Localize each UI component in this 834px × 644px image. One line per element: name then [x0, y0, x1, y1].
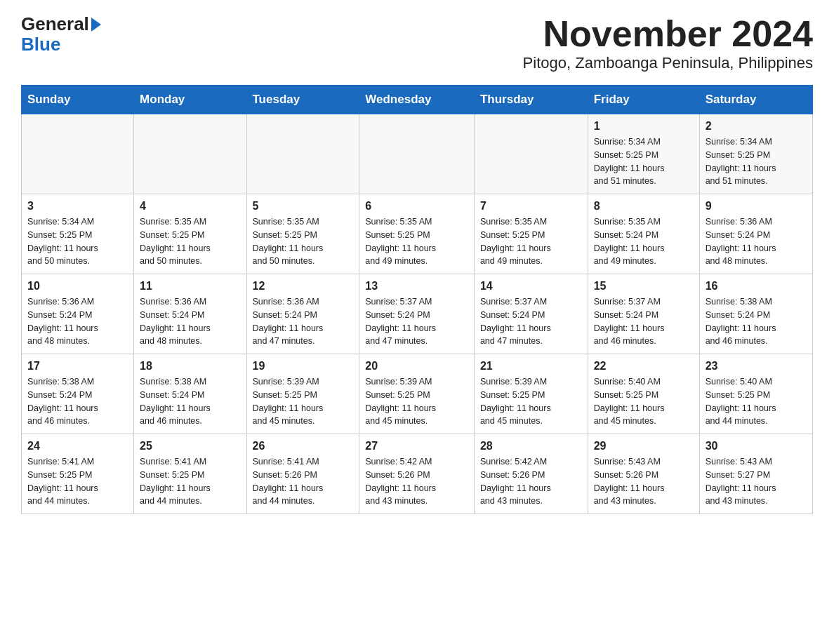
day-info: Sunrise: 5:37 AMSunset: 5:24 PMDaylight:…: [594, 295, 694, 348]
table-row: 6Sunrise: 5:35 AMSunset: 5:25 PMDaylight…: [359, 194, 475, 274]
day-number: 30: [706, 440, 807, 452]
day-info: Sunrise: 5:38 AMSunset: 5:24 PMDaylight:…: [27, 375, 128, 428]
day-info: Sunrise: 5:35 AMSunset: 5:24 PMDaylight:…: [594, 215, 694, 268]
day-info: Sunrise: 5:34 AMSunset: 5:25 PMDaylight:…: [27, 215, 128, 268]
table-row: 28Sunrise: 5:42 AMSunset: 5:26 PMDayligh…: [474, 434, 588, 514]
col-wednesday: Wednesday: [359, 86, 475, 114]
table-row: 13Sunrise: 5:37 AMSunset: 5:24 PMDayligh…: [359, 274, 475, 354]
day-info: Sunrise: 5:36 AMSunset: 5:24 PMDaylight:…: [706, 215, 807, 268]
day-info: Sunrise: 5:35 AMSunset: 5:25 PMDaylight:…: [365, 215, 468, 268]
day-number: 23: [706, 360, 807, 373]
table-row: 24Sunrise: 5:41 AMSunset: 5:25 PMDayligh…: [22, 434, 134, 514]
day-info: Sunrise: 5:37 AMSunset: 5:24 PMDaylight:…: [480, 295, 582, 348]
day-info: Sunrise: 5:41 AMSunset: 5:25 PMDaylight:…: [140, 455, 240, 508]
day-info: Sunrise: 5:35 AMSunset: 5:25 PMDaylight:…: [140, 215, 240, 268]
day-number: 19: [253, 360, 354, 373]
table-row: 2Sunrise: 5:34 AMSunset: 5:25 PMDaylight…: [699, 114, 812, 194]
day-number: 8: [594, 200, 694, 213]
table-row: 19Sunrise: 5:39 AMSunset: 5:25 PMDayligh…: [246, 354, 359, 434]
table-row: 14Sunrise: 5:37 AMSunset: 5:24 PMDayligh…: [474, 274, 588, 354]
table-row: [22, 114, 134, 194]
day-number: 24: [27, 440, 128, 452]
day-number: 1: [594, 120, 694, 133]
day-number: 20: [365, 360, 468, 373]
day-info: Sunrise: 5:34 AMSunset: 5:25 PMDaylight:…: [594, 135, 694, 188]
table-row: 29Sunrise: 5:43 AMSunset: 5:26 PMDayligh…: [588, 434, 699, 514]
day-number: 25: [140, 440, 240, 452]
day-number: 4: [140, 200, 240, 213]
logo-general: General: [21, 14, 89, 34]
table-row: 16Sunrise: 5:38 AMSunset: 5:24 PMDayligh…: [699, 274, 812, 354]
table-row: 5Sunrise: 5:35 AMSunset: 5:25 PMDaylight…: [246, 194, 359, 274]
calendar-week-row: 17Sunrise: 5:38 AMSunset: 5:24 PMDayligh…: [22, 354, 813, 434]
col-friday: Friday: [588, 86, 699, 114]
table-row: 10Sunrise: 5:36 AMSunset: 5:24 PMDayligh…: [22, 274, 134, 354]
day-info: Sunrise: 5:35 AMSunset: 5:25 PMDaylight:…: [480, 215, 582, 268]
col-saturday: Saturday: [699, 86, 812, 114]
day-info: Sunrise: 5:36 AMSunset: 5:24 PMDaylight:…: [253, 295, 354, 348]
day-info: Sunrise: 5:43 AMSunset: 5:27 PMDaylight:…: [706, 455, 807, 508]
logo-arrow-icon: [91, 18, 101, 32]
day-number: 9: [706, 200, 807, 213]
table-row: 23Sunrise: 5:40 AMSunset: 5:25 PMDayligh…: [699, 354, 812, 434]
table-row: 21Sunrise: 5:39 AMSunset: 5:25 PMDayligh…: [474, 354, 588, 434]
table-row: 26Sunrise: 5:41 AMSunset: 5:26 PMDayligh…: [246, 434, 359, 514]
table-row: 20Sunrise: 5:39 AMSunset: 5:25 PMDayligh…: [359, 354, 475, 434]
day-info: Sunrise: 5:37 AMSunset: 5:24 PMDaylight:…: [365, 295, 468, 348]
table-row: [474, 114, 588, 194]
col-thursday: Thursday: [474, 86, 588, 114]
day-number: 17: [27, 360, 128, 373]
day-info: Sunrise: 5:36 AMSunset: 5:24 PMDaylight:…: [27, 295, 128, 348]
day-info: Sunrise: 5:41 AMSunset: 5:25 PMDaylight:…: [27, 455, 128, 508]
calendar-week-row: 24Sunrise: 5:41 AMSunset: 5:25 PMDayligh…: [22, 434, 813, 514]
day-number: 26: [253, 440, 354, 452]
table-row: 27Sunrise: 5:42 AMSunset: 5:26 PMDayligh…: [359, 434, 475, 514]
day-info: Sunrise: 5:38 AMSunset: 5:24 PMDaylight:…: [140, 375, 240, 428]
day-info: Sunrise: 5:38 AMSunset: 5:24 PMDaylight:…: [706, 295, 807, 348]
day-number: 27: [365, 440, 468, 452]
day-number: 16: [706, 280, 807, 293]
day-number: 3: [27, 200, 128, 213]
page-subtitle: Pitogo, Zamboanga Peninsula, Philippines: [523, 54, 813, 72]
calendar: Sunday Monday Tuesday Wednesday Thursday…: [21, 85, 813, 514]
day-info: Sunrise: 5:40 AMSunset: 5:25 PMDaylight:…: [594, 375, 694, 428]
table-row: 17Sunrise: 5:38 AMSunset: 5:24 PMDayligh…: [22, 354, 134, 434]
header: General Blue November 2024 Pitogo, Zambo…: [21, 14, 813, 72]
table-row: 7Sunrise: 5:35 AMSunset: 5:25 PMDaylight…: [474, 194, 588, 274]
day-info: Sunrise: 5:42 AMSunset: 5:26 PMDaylight:…: [365, 455, 468, 508]
col-tuesday: Tuesday: [246, 86, 359, 114]
day-info: Sunrise: 5:39 AMSunset: 5:25 PMDaylight:…: [253, 375, 354, 428]
day-number: 22: [594, 360, 694, 373]
logo-blue: Blue: [21, 34, 60, 55]
table-row: 8Sunrise: 5:35 AMSunset: 5:24 PMDaylight…: [588, 194, 699, 274]
day-info: Sunrise: 5:40 AMSunset: 5:25 PMDaylight:…: [706, 375, 807, 428]
table-row: 30Sunrise: 5:43 AMSunset: 5:27 PMDayligh…: [699, 434, 812, 514]
table-row: 25Sunrise: 5:41 AMSunset: 5:25 PMDayligh…: [134, 434, 246, 514]
day-number: 15: [594, 280, 694, 293]
table-row: [246, 114, 359, 194]
table-row: [134, 114, 246, 194]
table-row: 12Sunrise: 5:36 AMSunset: 5:24 PMDayligh…: [246, 274, 359, 354]
table-row: 18Sunrise: 5:38 AMSunset: 5:24 PMDayligh…: [134, 354, 246, 434]
day-number: 12: [253, 280, 354, 293]
col-monday: Monday: [134, 86, 246, 114]
day-number: 18: [140, 360, 240, 373]
table-row: 15Sunrise: 5:37 AMSunset: 5:24 PMDayligh…: [588, 274, 699, 354]
day-number: 7: [480, 200, 582, 213]
day-number: 28: [480, 440, 582, 452]
day-info: Sunrise: 5:39 AMSunset: 5:25 PMDaylight:…: [480, 375, 582, 428]
table-row: 4Sunrise: 5:35 AMSunset: 5:25 PMDaylight…: [134, 194, 246, 274]
day-info: Sunrise: 5:43 AMSunset: 5:26 PMDaylight:…: [594, 455, 694, 508]
day-info: Sunrise: 5:42 AMSunset: 5:26 PMDaylight:…: [480, 455, 582, 508]
logo: General Blue: [21, 14, 101, 54]
table-row: 22Sunrise: 5:40 AMSunset: 5:25 PMDayligh…: [588, 354, 699, 434]
day-number: 13: [365, 280, 468, 293]
page-title: November 2024: [523, 14, 813, 54]
day-info: Sunrise: 5:41 AMSunset: 5:26 PMDaylight:…: [253, 455, 354, 508]
day-info: Sunrise: 5:34 AMSunset: 5:25 PMDaylight:…: [706, 135, 807, 188]
day-number: 2: [706, 120, 807, 133]
day-number: 6: [365, 200, 468, 213]
table-row: 1Sunrise: 5:34 AMSunset: 5:25 PMDaylight…: [588, 114, 699, 194]
table-row: 11Sunrise: 5:36 AMSunset: 5:24 PMDayligh…: [134, 274, 246, 354]
table-row: 9Sunrise: 5:36 AMSunset: 5:24 PMDaylight…: [699, 194, 812, 274]
